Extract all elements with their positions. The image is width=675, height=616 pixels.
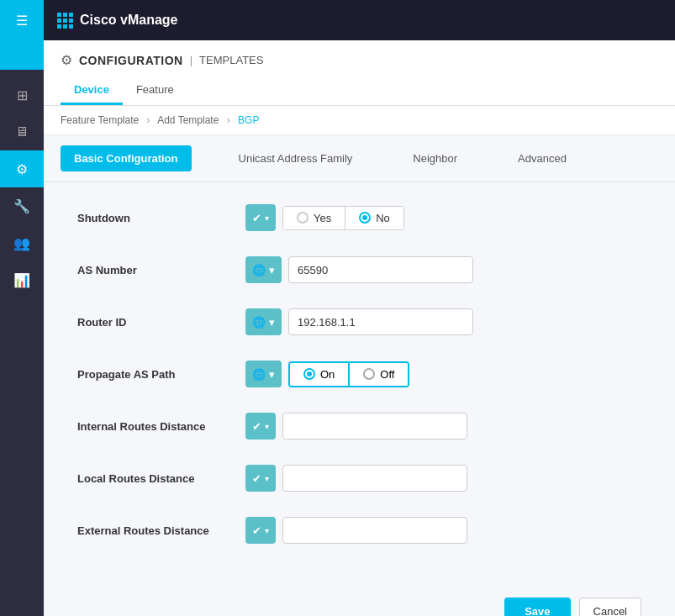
- tab-feature[interactable]: Feature: [123, 76, 187, 105]
- cancel-button[interactable]: Cancel: [579, 598, 641, 616]
- shutdown-dropdown[interactable]: ✔ ▾: [245, 204, 276, 231]
- propagate-as-path-controls: 🌐 ▾ On Off: [245, 361, 409, 387]
- brand-area: Cisco vManage: [57, 13, 177, 29]
- header-cisco-grid: [57, 13, 73, 29]
- sidebar-item-dashboard[interactable]: ⊞: [0, 76, 44, 113]
- internal-routes-label: Internal Routes Distance: [77, 420, 245, 433]
- external-routes-controls: ✔ ▾: [245, 517, 467, 544]
- propagate-on-radio: [303, 368, 315, 380]
- propagate-dropdown[interactable]: 🌐 ▾: [245, 361, 282, 387]
- router-id-label: Router ID: [77, 316, 245, 329]
- caret-icon-4: ▾: [269, 368, 275, 381]
- as-number-row: AS Number 🌐 ▾: [77, 251, 641, 288]
- page-header: ⚙ CONFIGURATION | TEMPLATES Device Featu…: [44, 40, 675, 106]
- sidebar-item-config[interactable]: ⚙: [0, 150, 44, 187]
- shutdown-yes-option[interactable]: Yes: [283, 207, 345, 229]
- shutdown-yes-label: Yes: [314, 212, 331, 224]
- form-area: Shutdown ✔ ▾ Yes No: [44, 182, 675, 581]
- globe-icon-3: 🌐: [252, 368, 266, 381]
- shutdown-radio-group: Yes No: [282, 206, 404, 230]
- reports-icon: 📊: [13, 272, 30, 288]
- app-title: Cisco vManage: [80, 13, 177, 28]
- section-tabs: Basic Configuration Unicast Address Fami…: [44, 135, 675, 182]
- breadcrumb-sep-2: ›: [227, 114, 230, 126]
- content-wrapper: ⚙ CONFIGURATION | TEMPLATES Device Featu…: [44, 40, 675, 616]
- check-icon: ✔: [252, 212, 261, 224]
- breadcrumb-add-template[interactable]: Add Template: [157, 114, 219, 126]
- external-routes-row: External Routes Distance ✔ ▾: [77, 512, 641, 549]
- section-tab-unicast[interactable]: Unicast Address Family: [225, 145, 367, 171]
- shutdown-no-option[interactable]: No: [345, 207, 403, 229]
- shutdown-label: Shutdown: [77, 212, 245, 224]
- propagate-on-label: On: [320, 368, 335, 381]
- app-header: Cisco vManage: [44, 0, 675, 40]
- section-tab-advanced[interactable]: Advanced: [504, 145, 580, 171]
- local-routes-dropdown[interactable]: ✔ ▾: [245, 465, 276, 492]
- local-routes-label: Local Routes Distance: [77, 472, 245, 485]
- title-separator: |: [190, 54, 192, 66]
- sidebar-item-tools[interactable]: 🔧: [0, 187, 44, 224]
- caret-icon-7: ▾: [265, 526, 269, 535]
- external-routes-label: External Routes Distance: [77, 524, 245, 537]
- sidebar: ☰ ⊞ 🖥 ⚙ 🔧 👥 📊: [0, 0, 44, 616]
- sidebar-nav: ⊞ 🖥 ⚙ 🔧 👥 📊: [0, 70, 44, 616]
- cisco-logo-area: [0, 40, 44, 70]
- config-icon: ⚙: [16, 161, 28, 177]
- propagate-off-label: Off: [380, 368, 394, 381]
- caret-icon-3: ▾: [269, 316, 275, 329]
- sidebar-item-monitor[interactable]: 🖥: [0, 113, 44, 150]
- shutdown-yes-radio: [297, 212, 308, 224]
- as-number-input[interactable]: [288, 256, 473, 283]
- caret-icon-6: ▾: [265, 474, 269, 483]
- propagate-off-option[interactable]: Off: [350, 363, 408, 386]
- router-id-row: Router ID 🌐 ▾: [77, 303, 641, 340]
- internal-routes-row: Internal Routes Distance ✔ ▾: [77, 408, 641, 445]
- tools-icon: 🔧: [13, 198, 30, 214]
- page-subsection: TEMPLATES: [199, 54, 263, 66]
- external-routes-dropdown[interactable]: ✔ ▾: [245, 517, 276, 544]
- router-id-input[interactable]: [288, 308, 473, 335]
- internal-routes-controls: ✔ ▾: [245, 413, 467, 440]
- page-tabs: Device Feature: [61, 76, 658, 105]
- internal-routes-dropdown[interactable]: ✔ ▾: [245, 413, 276, 440]
- shutdown-no-radio: [359, 212, 371, 224]
- dashboard-icon: ⊞: [17, 87, 28, 103]
- shutdown-controls: ✔ ▾ Yes No: [245, 204, 404, 231]
- check-icon-3: ✔: [252, 472, 261, 485]
- external-routes-input[interactable]: [282, 517, 467, 544]
- cisco-grid-logo: [14, 47, 30, 63]
- page-title-row: ⚙ CONFIGURATION | TEMPLATES: [61, 52, 658, 68]
- sidebar-item-reports[interactable]: 📊: [0, 261, 44, 298]
- monitor-icon: 🖥: [15, 124, 29, 140]
- check-icon-4: ✔: [252, 524, 261, 537]
- save-button[interactable]: Save: [504, 598, 570, 616]
- hamburger-icon: ☰: [16, 13, 28, 29]
- propagate-as-path-label: Propagate AS Path: [77, 368, 245, 381]
- propagate-off-radio: [363, 368, 375, 380]
- sidebar-item-admin[interactable]: 👥: [0, 224, 44, 261]
- shutdown-no-label: No: [376, 212, 390, 224]
- section-tab-basic[interactable]: Basic Configuration: [61, 145, 192, 171]
- breadcrumb: Feature Template › Add Template › BGP: [44, 106, 675, 135]
- admin-icon: 👥: [13, 235, 30, 251]
- local-routes-controls: ✔ ▾: [245, 465, 467, 492]
- form-footer: Save Cancel: [44, 581, 675, 616]
- local-routes-row: Local Routes Distance ✔ ▾: [77, 460, 641, 497]
- settings-icon: ⚙: [61, 52, 72, 68]
- internal-routes-input[interactable]: [282, 413, 467, 440]
- router-id-dropdown[interactable]: 🌐 ▾: [245, 308, 282, 335]
- as-number-controls: 🌐 ▾: [245, 256, 473, 283]
- main-content: Cisco vManage ⚙ CONFIGURATION | TEMPLATE…: [44, 0, 675, 616]
- tab-device[interactable]: Device: [61, 76, 123, 105]
- local-routes-input[interactable]: [282, 465, 467, 492]
- globe-icon: 🌐: [252, 264, 266, 276]
- hamburger-button[interactable]: ☰: [0, 0, 44, 40]
- section-tab-neighbor[interactable]: Neighbor: [399, 145, 471, 171]
- caret-icon: ▾: [265, 213, 269, 223]
- page-section: CONFIGURATION: [79, 54, 183, 67]
- as-number-dropdown[interactable]: 🌐 ▾: [245, 256, 282, 283]
- propagate-on-option[interactable]: On: [290, 363, 350, 386]
- breadcrumb-feature-template[interactable]: Feature Template: [61, 114, 139, 126]
- breadcrumb-current: BGP: [238, 114, 259, 126]
- breadcrumb-sep-1: ›: [147, 114, 150, 126]
